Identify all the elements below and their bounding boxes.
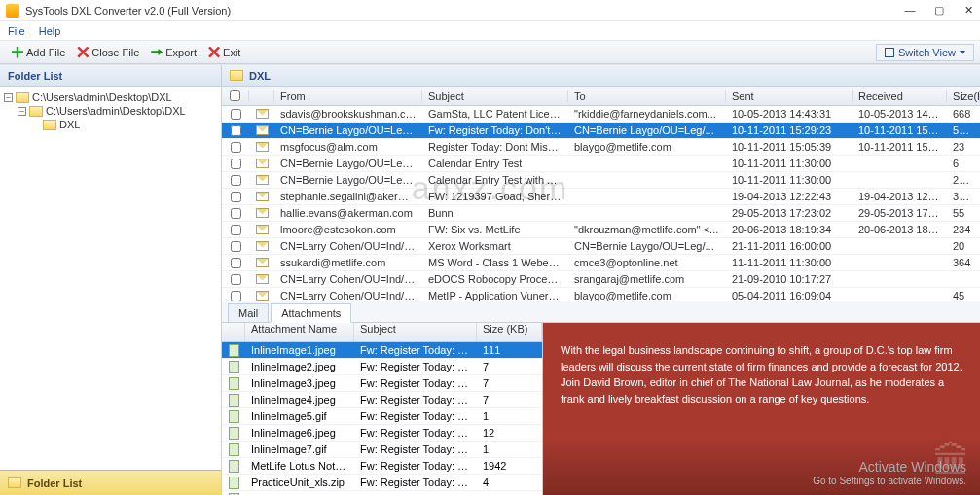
attachments-body[interactable]: InlineImage1.jpegFw: Register Today: Do.… xyxy=(222,342,542,495)
select-all-checkbox[interactable] xyxy=(230,90,240,101)
close-file-label: Close File xyxy=(91,47,139,58)
cell-att-subject: Fw: Register Today: Do... xyxy=(354,377,477,389)
cell-to: srangaraj@metlife.com xyxy=(568,273,726,285)
row-checkbox[interactable] xyxy=(231,208,241,219)
row-checkbox[interactable] xyxy=(231,258,241,268)
mail-row[interactable]: CN=Bernie Laygo/OU=Leg/...Fw: Register T… xyxy=(222,123,980,139)
mail-grid-body[interactable]: sdavis@brookskushman.comGamSta, LLC Pate… xyxy=(222,106,980,301)
col-to[interactable]: To xyxy=(568,90,726,102)
cell-size: 234 xyxy=(947,224,980,235)
attachment-row[interactable]: InlineImage3.jpegFw: Register Today: Do.… xyxy=(222,375,542,392)
row-checkbox[interactable] xyxy=(231,274,241,285)
col-subject[interactable]: Subject xyxy=(422,90,568,102)
col-sent[interactable]: Sent xyxy=(726,90,853,102)
cell-sent: 10-11-2011 15:05:39 xyxy=(726,141,853,153)
acol-size[interactable]: Size (KB) xyxy=(477,323,542,341)
folder-icon xyxy=(16,92,29,103)
collapse-icon[interactable]: – xyxy=(18,107,26,116)
row-checkbox[interactable] xyxy=(231,159,241,169)
cell-sent: 21-11-2011 16:00:00 xyxy=(726,240,853,252)
acol-subject[interactable]: Subject xyxy=(354,323,477,341)
add-file-button[interactable]: Add File xyxy=(6,45,71,60)
mail-row[interactable]: ssukardi@metlife.comMS Word - Class 1 We… xyxy=(222,255,980,271)
file-icon xyxy=(229,377,239,390)
cell-att-name: PracticeUnit_xls.zip xyxy=(245,477,354,488)
tree-node[interactable]: –C:\Users\admin\Desktop\DXL xyxy=(4,90,217,104)
tree-label: DXL xyxy=(59,119,80,130)
menu-bar: File Help xyxy=(0,21,980,41)
cell-from: msgfocus@alm.com xyxy=(274,141,422,153)
attachment-row[interactable]: MetLife Lotus Notes 8...Fw: Register Tod… xyxy=(222,458,542,475)
folder-list-footer-label: Folder List xyxy=(27,477,82,489)
mail-row[interactable]: msgfocus@alm.comRegister Today: Dont Mis… xyxy=(222,139,980,156)
cell-att-name: InlineImage6.jpeg xyxy=(245,427,354,439)
menu-help[interactable]: Help xyxy=(39,25,61,37)
cell-subject: Fw: Register Today: Don't Mi... xyxy=(422,124,568,136)
mail-row[interactable]: CN=Larry Cohen/OU=Ind/O...MetIP - Applic… xyxy=(222,288,980,301)
tab-attachments[interactable]: Attachments xyxy=(271,303,351,323)
switch-view-button[interactable]: Switch View xyxy=(876,44,974,61)
mail-row[interactable]: sdavis@brookskushman.comGamSta, LLC Pate… xyxy=(222,106,980,123)
folder-tree[interactable]: –C:\Users\admin\Desktop\DXL –C:\Users\ad… xyxy=(0,87,221,470)
cell-size: 23 xyxy=(947,141,980,153)
col-received[interactable]: Received xyxy=(853,90,947,102)
tree-node[interactable]: DXL xyxy=(4,118,217,131)
mail-row[interactable]: hallie.evans@akerman.comBunn29-05-2013 1… xyxy=(222,205,980,222)
mail-row[interactable]: lmoore@estesokon.comFW: Six vs. MetLife"… xyxy=(222,222,980,238)
mail-row[interactable]: stephanie.segalini@akerma...FW: 1219397 … xyxy=(222,189,980,205)
cell-to: CN=Bernie Laygo/OU=Leg/... xyxy=(568,240,726,252)
mail-icon xyxy=(256,175,269,185)
acol-name[interactable]: Attachment Name xyxy=(245,323,354,341)
cell-received: 19-04-2013 12:22:43 xyxy=(853,191,947,202)
attachment-row[interactable]: InlineImage5.gifFw: Register Today: Do..… xyxy=(222,408,542,425)
minimize-button[interactable]: — xyxy=(904,4,916,17)
menu-file[interactable]: File xyxy=(8,25,25,37)
tab-mail[interactable]: Mail xyxy=(228,303,269,322)
collapse-icon[interactable]: – xyxy=(4,93,13,102)
col-from[interactable]: From xyxy=(274,90,422,102)
row-checkbox[interactable] xyxy=(231,192,241,202)
folder-icon xyxy=(230,70,243,81)
folder-icon xyxy=(43,120,56,130)
mail-row[interactable]: CN=Bernie Laygo/OU=Leg/...Calendar Entry… xyxy=(222,172,980,189)
cell-att-name: InlineImage7.gif xyxy=(245,443,354,455)
export-button[interactable]: Export xyxy=(145,45,202,60)
row-checkbox[interactable] xyxy=(231,109,241,120)
cell-att-size: 111 xyxy=(477,344,542,356)
exit-button[interactable]: Exit xyxy=(202,45,246,60)
close-window-button[interactable]: ✕ xyxy=(962,4,974,17)
folder-list-header: Folder List xyxy=(0,65,221,87)
cell-sent: 10-11-2011 11:30:00 xyxy=(726,158,853,169)
attachment-row[interactable]: InlineImage1.jpegFw: Register Today: Do.… xyxy=(222,342,542,359)
cell-att-size: 1942 xyxy=(477,460,542,472)
cell-subject: FW: 1219397 Goad, Sheryl |... xyxy=(422,191,568,202)
row-checkbox[interactable] xyxy=(231,175,241,186)
attachment-row[interactable]: InlineImage2.jpegFw: Register Today: Do.… xyxy=(222,359,542,375)
cell-att-name: InlineImage4.jpeg xyxy=(245,394,354,406)
tree-label: C:\Users\admin\Desktop\DXL xyxy=(46,105,186,117)
cell-size: 2060 xyxy=(947,174,980,186)
folder-list-footer[interactable]: Folder List xyxy=(0,470,221,495)
attachment-row[interactable]: InlineImage6.jpegFw: Register Today: Do.… xyxy=(222,425,542,442)
col-size[interactable]: Size(KB) xyxy=(947,90,980,102)
attachment-row[interactable]: MetLife Test Plan for C...Fw: Register T… xyxy=(222,491,542,495)
row-checkbox[interactable] xyxy=(231,291,241,301)
chevron-down-icon xyxy=(960,51,965,54)
mail-row[interactable]: CN=Larry Cohen/OU=Ind/O...eDOCS Robocopy… xyxy=(222,271,980,288)
attachment-row[interactable]: PracticeUnit_xls.zipFw: Register Today: … xyxy=(222,475,542,491)
file-icon xyxy=(229,460,239,473)
attachment-row[interactable]: InlineImage7.gifFw: Register Today: Do..… xyxy=(222,442,542,458)
mail-icon xyxy=(256,225,269,234)
close-file-button[interactable]: Close File xyxy=(71,45,145,60)
row-checkbox[interactable] xyxy=(231,225,241,235)
row-checkbox[interactable] xyxy=(231,142,241,153)
mail-row[interactable]: CN=Larry Cohen/OU=Ind/O...Xerox Worksmar… xyxy=(222,238,980,255)
attachment-row[interactable]: InlineImage4.jpegFw: Register Today: Do.… xyxy=(222,392,542,408)
tree-node[interactable]: –C:\Users\admin\Desktop\DXL xyxy=(4,104,217,118)
row-checkbox[interactable] xyxy=(231,241,241,252)
maximize-button[interactable]: ▢ xyxy=(933,4,945,17)
cell-size: 668 xyxy=(947,108,980,120)
mail-row[interactable]: CN=Bernie Laygo/OU=Leg/...Calendar Entry… xyxy=(222,156,980,172)
row-checkbox[interactable] xyxy=(231,125,241,136)
cell-att-name: InlineImage1.jpeg xyxy=(245,344,354,356)
